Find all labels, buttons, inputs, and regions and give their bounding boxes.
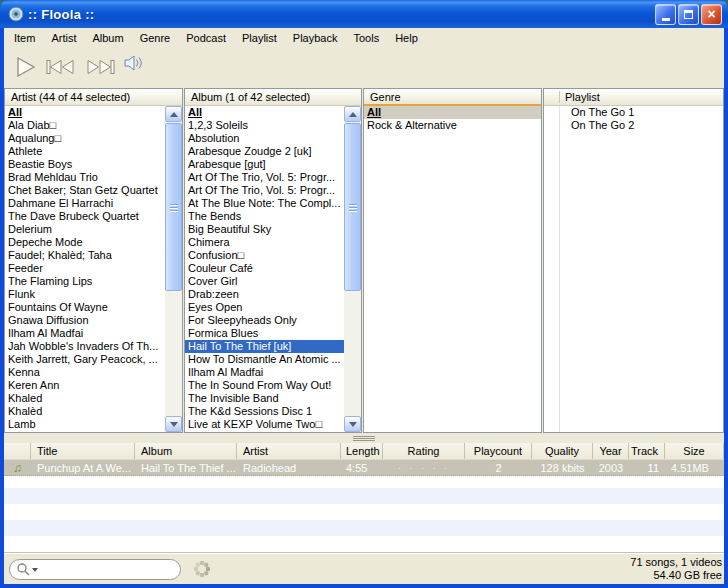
artist-list-item[interactable]: Fountains Of Wayne	[5, 301, 165, 314]
album-list-item[interactable]: Ilham Al Madfai	[185, 366, 344, 379]
artist-list-item[interactable]: Ala Diab□	[5, 119, 165, 132]
album-list-item[interactable]: For Sleepyheads Only	[185, 314, 344, 327]
album-pane-header[interactable]: Album (1 of 42 selected)	[185, 89, 361, 106]
genre-pane-header[interactable]: Genre	[364, 89, 541, 106]
album-list-item[interactable]: The Bends	[185, 210, 344, 223]
album-list-item[interactable]: Eyes Open	[185, 301, 344, 314]
splitter[interactable]	[4, 433, 724, 443]
artist-list-item[interactable]: Feeder	[5, 262, 165, 275]
album-list-item[interactable]: Drab:zeen	[185, 288, 344, 301]
search-input[interactable]	[42, 563, 174, 577]
album-list-item[interactable]: The In Sound From Way Out!	[185, 379, 344, 392]
artist-list-item[interactable]: Ilham Al Madfai	[5, 327, 165, 340]
scrollbar-thumb[interactable]	[344, 123, 361, 291]
column-header-title[interactable]: Title	[31, 443, 135, 459]
playlist-list-item[interactable]: On The Go 1	[544, 106, 723, 119]
artist-list-item[interactable]: All	[5, 106, 165, 119]
album-list-item[interactable]: Arabesque [gut]	[185, 158, 344, 171]
column-header-quality[interactable]: Quality	[532, 443, 593, 459]
artist-list-item[interactable]: Athlete	[5, 145, 165, 158]
track-row[interactable]: ♫ Punchup At A We... Hail To The Thief .…	[4, 460, 724, 476]
album-list-item[interactable]: Absolution	[185, 132, 344, 145]
album-list-item[interactable]: Big Beautiful Sky	[185, 223, 344, 236]
genre-list-item[interactable]: Rock & Alternative	[364, 119, 541, 132]
album-list-item[interactable]: Art Of The Trio, Vol. 5: Progr...	[185, 171, 344, 184]
menu-item[interactable]: Playlist	[234, 29, 285, 47]
column-header-track[interactable]: Track	[629, 443, 665, 459]
menu-item[interactable]: Album	[84, 29, 131, 47]
album-list-item[interactable]: At The Blue Note: The Compl...	[185, 197, 344, 210]
scroll-up-button[interactable]	[165, 106, 182, 122]
artist-list-item[interactable]: Kenna	[5, 366, 165, 379]
scroll-up-button[interactable]	[344, 106, 361, 122]
artist-list-item[interactable]: Dahmane El Harrachi	[5, 197, 165, 210]
column-header-year[interactable]: Year	[593, 443, 629, 459]
artist-list-item[interactable]: Keren Ann	[5, 379, 165, 392]
title-bar[interactable]: :: Floola :: ×	[0, 0, 728, 28]
previous-button[interactable]	[45, 57, 77, 77]
album-list-item[interactable]: The K&d Sessions Disc 1	[185, 405, 344, 418]
scrollbar-thumb[interactable]	[165, 123, 182, 291]
playlist-pane-header[interactable]: Playlist	[544, 89, 723, 106]
search-icon[interactable]	[16, 562, 31, 577]
column-header-artist[interactable]: Artist	[237, 443, 341, 459]
album-scrollbar[interactable]	[344, 106, 361, 432]
album-list-item[interactable]: Formica Blues	[185, 327, 344, 340]
menu-item[interactable]: Item	[6, 29, 43, 47]
menu-item[interactable]: Podcast	[178, 29, 234, 47]
play-button[interactable]	[12, 54, 38, 80]
column-header-length[interactable]: Length	[341, 443, 383, 459]
artist-list-item[interactable]: Gnawa Diffusion	[5, 314, 165, 327]
album-list-item[interactable]: Arabesque Zoudge 2 [uk]	[185, 145, 344, 158]
artist-list-item[interactable]: The Flaming Lips	[5, 275, 165, 288]
album-list-item[interactable]: All	[185, 106, 344, 119]
playlist-list-item[interactable]: On The Go 2	[544, 119, 723, 132]
artist-scrollbar[interactable]	[165, 106, 182, 432]
artist-pane-header[interactable]: Artist (44 of 44 selected)	[5, 89, 182, 106]
artist-list-item[interactable]: Delerium	[5, 223, 165, 236]
album-list-item[interactable]: Art Of The Trio, Vol. 5: Progr...	[185, 184, 344, 197]
artist-list-item[interactable]: Depeche Mode	[5, 236, 165, 249]
album-list-item[interactable]: Live at KEXP Volume Two□	[185, 418, 344, 431]
scroll-down-button[interactable]	[165, 416, 182, 432]
album-list-item[interactable]: 1,2,3 Soleils	[185, 119, 344, 132]
next-button[interactable]	[84, 57, 116, 77]
minimize-button[interactable]	[655, 4, 676, 25]
menu-item[interactable]: Genre	[132, 29, 179, 47]
column-header-icon[interactable]	[4, 443, 31, 459]
search-box[interactable]	[9, 559, 181, 580]
menu-item[interactable]: Tools	[345, 29, 387, 47]
artist-list-item[interactable]: Khaled	[5, 392, 165, 405]
menu-item[interactable]: Artist	[43, 29, 84, 47]
album-list-item[interactable]: Cover Girl	[185, 275, 344, 288]
artist-list-item[interactable]: Aqualung□	[5, 132, 165, 145]
album-list-item[interactable]: Chimera	[185, 236, 344, 249]
artist-list-item[interactable]: Chet Baker; Stan Getz Quartet	[5, 184, 165, 197]
album-list-item[interactable]: The Invisible Band	[185, 392, 344, 405]
scroll-down-button[interactable]	[344, 416, 361, 432]
close-button[interactable]: ×	[701, 4, 722, 25]
genre-list-item[interactable]: All	[364, 106, 541, 119]
artist-list-item[interactable]: The Dave Brubeck Quartet	[5, 210, 165, 223]
album-list-item[interactable]: Couleur Café	[185, 262, 344, 275]
artist-list-item[interactable]: Keith Jarrett, Gary Peacock, ...	[5, 353, 165, 366]
artist-list-item[interactable]: Beastie Boys	[5, 158, 165, 171]
search-options-caret-icon[interactable]	[32, 568, 38, 572]
artist-list-item[interactable]: Brad Mehldau Trio	[5, 171, 165, 184]
artist-list-item[interactable]: Faudel; Khalèd; Taha	[5, 249, 165, 262]
column-header-size[interactable]: Size	[665, 443, 724, 459]
album-list-item[interactable]: Confusion□	[185, 249, 344, 262]
artist-list-item[interactable]: Flunk	[5, 288, 165, 301]
volume-button[interactable]	[123, 54, 145, 72]
column-header-album[interactable]: Album	[135, 443, 237, 459]
artist-list-item[interactable]: Lamb	[5, 418, 165, 431]
maximize-button[interactable]	[678, 4, 699, 25]
artist-list-item[interactable]: Jah Wobble's Invaders Of Th...	[5, 340, 165, 353]
album-list-item[interactable]: Hail To The Thief [uk]	[185, 340, 344, 353]
menu-item[interactable]: Help	[387, 29, 426, 47]
column-header-rating[interactable]: Rating	[383, 443, 465, 459]
column-header-playcount[interactable]: Playcount	[465, 443, 532, 459]
album-list-item[interactable]: How To Dismantle An Atomic ...	[185, 353, 344, 366]
artist-list-item[interactable]: Khalèd	[5, 405, 165, 418]
menu-item[interactable]: Playback	[285, 29, 346, 47]
